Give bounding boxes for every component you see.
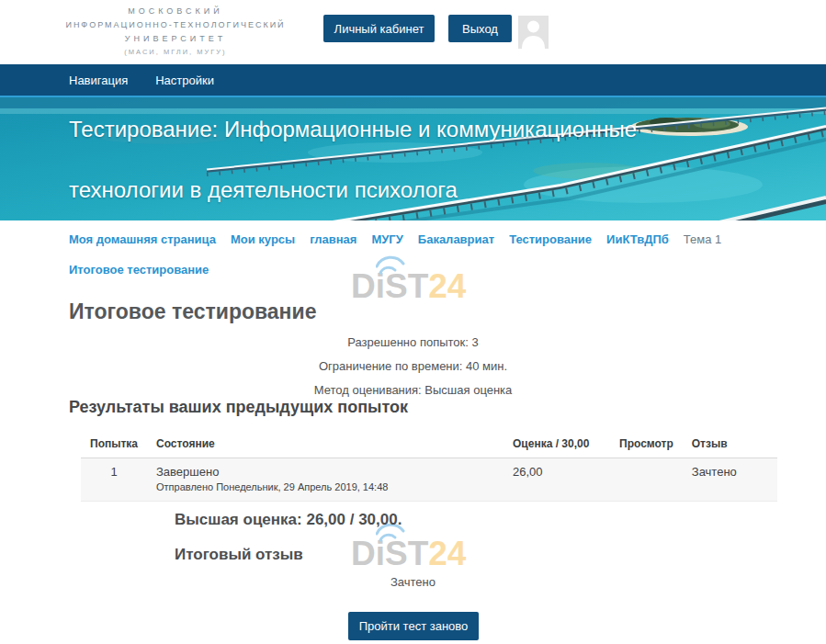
- state-cell: Завершено Отправлено Понедельник, 29 Апр…: [147, 458, 504, 502]
- watermark-number: 24: [428, 267, 466, 305]
- attempts-allowed-text: Разрешенно попыток: 3: [0, 331, 826, 355]
- logo-line: МОСКОВСКИЙ: [62, 6, 289, 16]
- logo-line: ИНФОРМАЦИОННО-ТЕХНОЛОГИЧЕСКИЙ: [62, 20, 289, 29]
- col-header-feedback: Отзыв: [683, 432, 777, 458]
- user-avatar[interactable]: [518, 16, 549, 49]
- state-text: Завершено: [156, 465, 494, 479]
- dist24-watermark: DiST24: [351, 266, 489, 307]
- breadcrumb-link-final-test[interactable]: Итоговое тестирование: [69, 263, 209, 277]
- state-detail-text: Отправлено Понедельник, 29 Апрель 2019, …: [156, 481, 494, 492]
- breadcrumb-link-course[interactable]: ИиКТвДПб: [606, 232, 669, 246]
- person-icon: [518, 16, 549, 49]
- logo-line: (МАСИ, МГЛИ, МУГУ): [62, 48, 289, 56]
- university-logo: МОСКОВСКИЙ ИНФОРМАЦИОННО-ТЕХНОЛОГИЧЕСКИЙ…: [62, 6, 289, 56]
- personal-cabinet-button[interactable]: Личный кабинет: [323, 15, 435, 42]
- col-header-state: Состояние: [147, 432, 504, 458]
- table-header-row: Попытка Состояние Оценка / 30,00 Просмот…: [81, 432, 777, 458]
- col-header-attempt: Попытка: [81, 432, 147, 458]
- nav-item-navigation[interactable]: Навигация: [69, 73, 128, 87]
- logout-button[interactable]: Выход: [448, 15, 512, 42]
- grading-method-text: Метод оценивания: Высшая оценка: [0, 378, 826, 402]
- wifi-arcs-icon: [376, 254, 409, 275]
- course-title: Тестирование: Информационные и коммуника…: [69, 99, 712, 220]
- review-cell: [610, 458, 683, 502]
- breadcrumb-link-main[interactable]: главная: [310, 232, 356, 246]
- logo-line: УНИВЕРСИТЕТ: [62, 34, 289, 43]
- col-header-grade: Оценка / 30,00: [504, 432, 610, 458]
- breadcrumb-link-home[interactable]: Моя домашняя страница: [69, 232, 216, 246]
- page-title: Итоговое тестирование: [69, 299, 316, 324]
- attempts-table: Попытка Состояние Оценка / 30,00 Просмот…: [81, 432, 777, 502]
- top-header: МОСКОВСКИЙ ИНФОРМАЦИОННО-ТЕХНОЛОГИЧЕСКИЙ…: [0, 0, 826, 64]
- main-navbar: Навигация Настройки: [0, 64, 826, 97]
- best-grade-text: Высшая оценка: 26,00 / 30,00.: [175, 511, 402, 529]
- grade-cell: 26,00: [504, 458, 610, 502]
- breadcrumb-link-mugu[interactable]: МУГУ: [371, 232, 402, 246]
- breadcrumb-link-bachelor[interactable]: Бакалавриат: [418, 232, 494, 246]
- breadcrumb-link-testing[interactable]: Тестирование: [509, 232, 592, 246]
- retake-test-button[interactable]: Пройти тест заново: [348, 612, 479, 640]
- final-feedback-value: Зачтено: [0, 575, 826, 589]
- course-banner: Тестирование: Информационные и коммуника…: [0, 97, 826, 220]
- feedback-cell: Зачтено: [683, 458, 777, 502]
- breadcrumb: Моя домашняя страница Мои курсы главная …: [69, 232, 721, 246]
- col-header-review: Просмотр: [610, 432, 683, 458]
- breadcrumb-current-topic: Тема 1: [684, 232, 721, 246]
- final-feedback-heading: Итоговый отзыв: [175, 546, 303, 564]
- breadcrumb-link-courses[interactable]: Мои курсы: [231, 232, 295, 246]
- table-row: 1 Завершено Отправлено Понедельник, 29 А…: [81, 458, 777, 502]
- breadcrumb-row2: Итоговое тестирование: [69, 263, 209, 277]
- time-limit-text: Ограничение по времени: 40 мин.: [0, 355, 826, 378]
- attempt-number-cell: 1: [81, 458, 147, 502]
- watermark-number: 24: [428, 535, 466, 572]
- dist24-watermark: DiST24: [351, 534, 489, 574]
- main-content: Моя домашняя страница Мои курсы главная …: [0, 220, 826, 644]
- nav-item-settings[interactable]: Настройки: [155, 73, 214, 87]
- quiz-info: Разрешенно попыток: 3 Ограничение по вре…: [0, 331, 826, 402]
